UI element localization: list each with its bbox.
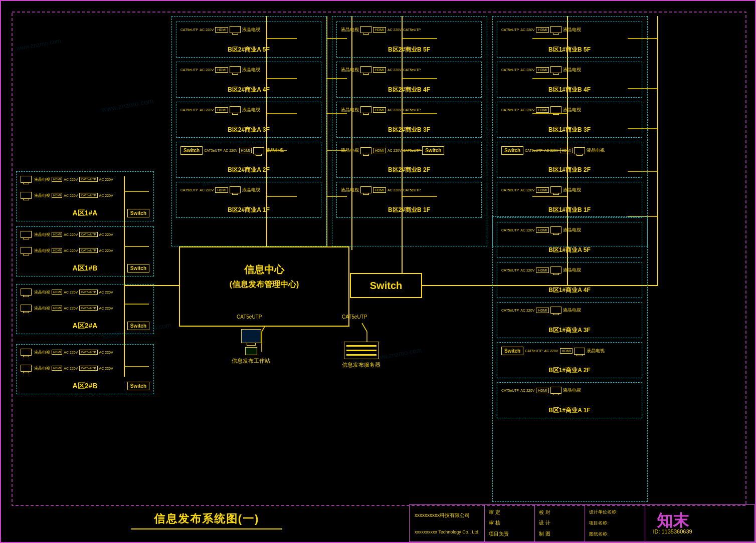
floor-b1b-5f: CAT5eUTP AC 220V HDMI 液晶电视 B区1#商业B 5F [497,22,642,58]
watermark-1: www.znzmo.com [16,37,61,52]
logo-text: 知末 [657,512,689,528]
tv-b1b-4f [550,66,561,73]
workstation-computer [245,347,257,355]
tv-b2b-1f [360,186,371,193]
bt-doc-label-3: 图纸名称: [589,531,641,537]
tv-b1a-3f [550,307,561,314]
workstation-label: 信息发布工作站 [232,357,270,365]
workstation: 信息发布工作站 [232,329,270,365]
group-b2a: CAT5eUTP AC 220V HDMI 液晶电视 B区2#商业A 5F CA… [171,16,327,246]
floor-b1b-4f: CAT5eUTP AC 220V HDMI 液晶电视 B区1#商业B 4F [497,62,642,98]
floor-b1b-1f: CAT5eUTP AC 220V HDMI 液晶电视 B区1#商业B 1F [497,182,642,218]
bt-role-1b: 校 对 [539,509,550,516]
tv-a1b-2 [21,247,32,254]
floor-b1a-4f: CAT5eUTP AC 220V HDMI 液晶电视 B区1#商业A 4F [497,262,642,298]
company-name-en: xxxxxxxxxx Technology Co., Ltd. [415,529,479,534]
bt-company: xxxxxxxxxx科技有限公司 xxxxxxxxxx Technology C… [410,505,485,541]
title-underline [131,528,282,529]
server-box [344,342,379,359]
cat-connector-2: CAT5eUTP [79,193,97,198]
section-label-a1b: A区1#B [17,264,153,273]
floor-b1a-1f: CAT5eUTP AC 220V HDMI 液晶电视 B区1#商业A 1F [497,382,642,418]
tv-a2b-2 [21,365,32,372]
group-b2b: 液晶电视 HDMI AC 220V CAT5eUTP B区2#商业B 5F 液晶… [332,16,487,246]
tv-a2a-1 [21,289,32,296]
server-label: 信息发布服务器 [342,361,381,369]
cat-connector: CAT5eUTP [79,177,97,182]
floor-b2b-5f: 液晶电视 HDMI AC 220V CAT5eUTP B区2#商业B 5F [336,22,482,58]
floor-b2b-1f: 液晶电视 HDMI AC 220V CAT5eUTP B区2#商业B 1F [336,182,482,218]
floor-b1b-2f: Switch CAT5eUTP AC 220V HDMI 液晶电视 B区1#商业… [497,142,642,178]
bottom-table: xxxxxxxxxx科技有限公司 xxxxxxxxxx Technology C… [409,504,755,542]
floor-b2a-5f: CAT5eUTP AC 220V HDMI 液晶电视 B区2#商业A 5F [176,22,321,58]
bt-doc-info: 设计单位名称: 项目名称: 图纸名称: [585,505,645,541]
cable-label-1: CAT5eUTP [237,314,262,320]
tv-b2a-4f [230,66,241,73]
bt-doc-label-1: 设计单位名称: [589,509,641,515]
server: 信息发布服务器 [342,342,381,369]
floor-b2b-4f: 液晶电视 HDMI AC 220V CAT5eUTP B区2#商业B 4F [336,62,482,98]
workstation-monitor [241,329,261,343]
bt-role-3b: 制 图 [539,530,550,537]
floor-b1b-3f: CAT5eUTP AC 220V HDMI 液晶电视 B区1#商业B 3F [497,102,642,138]
tv-a1b-1 [21,231,32,238]
floor-b1a-5f: CAT5eUTP AC 220V HDMI 液晶电视 B区1#商业A 5F [497,222,642,258]
tv-a2b-1 [21,349,32,356]
svg-line-30 [362,323,367,332]
tv-b2a-5f [230,26,241,33]
tv-b2b-2f [360,147,371,154]
tv-b2b-4f [360,66,371,73]
info-center: 信息中心 (信息发布管理中心) [179,246,349,327]
watermark-2: www.znzmo.com [101,97,154,114]
bt-role-2a: 审 核 [489,519,500,526]
floor-b2a-3f: CAT5eUTP AC 220V HDMI 液晶电视 B区2#商业A 3F [176,102,321,138]
tv-a2a-2 [21,305,32,312]
section-a1b: 液晶电视 HDMI AC 220V CAT5eUTP AC 220V 液晶电视 … [16,226,154,277]
floor-b1a-3f: CAT5eUTP AC 220V HDMI 液晶电视 B区1#商业A 3F [497,302,642,338]
tv-b2a-2f [253,147,264,154]
group-b1b: CAT5eUTP AC 220V HDMI 液晶电视 B区1#商业B 5F CA… [492,16,648,246]
tv-b1a-4f [550,266,561,274]
tv-b1b-3f [550,106,561,113]
floor-b1a-2f: Switch CAT5eUTP AC 220V HDMI 液晶电视 B区1#商业… [497,342,642,378]
main-title: 信息发布系统图(一) [1,511,412,526]
floor-b2b-2f: 液晶电视 HDMI AC 220V CAT5eUTP Switch B区2#商业… [336,142,482,178]
tv-b1a-2f [574,348,585,355]
info-center-title: 信息中心 (信息发布管理中心) [180,262,348,291]
section-label-a1a: A区1#A [17,209,153,218]
tv-b2b-5f [360,26,371,33]
hdmi-connector: HDMI [52,177,62,182]
main-switch: Switch [350,273,422,298]
floor-b2a-2f: Switch CAT5eUTP AC 220V HDMI 液晶电视 B区2#商业… [176,142,321,178]
tv-b2a-3f [230,106,241,113]
section-a2a: 液晶电视 HDMI AC 220V CAT5eUTP AC 220V 液晶电视 … [16,284,154,334]
cable-label-2: CAT5eUTP [342,314,367,320]
company-name: xxxxxxxxxx科技有限公司 [415,512,479,519]
section-a1a: 液晶电视 HDMI AC 220V CAT5eUTP AC 220V 液晶电视 … [16,171,154,221]
main-container: www.znzmo.com www.znzmo.com www.znzmo.co… [0,0,756,543]
group-b1a: CAT5eUTP AC 220V HDMI 液晶电视 B区1#商业A 5F CA… [492,216,648,502]
floor-b2b-3f: 液晶电视 HDMI AC 220V CAT5eUTP B区2#商业B 3F [336,102,482,138]
bt-roles-left: 审 定 审 核 项目负责 [485,505,535,541]
hdmi-connector-2: HDMI [52,193,62,198]
tv-b1b-2f [574,147,585,154]
section-label-a2a: A区2#A [17,322,153,331]
floor-b2a-4f: CAT5eUTP AC 220V HDMI 液晶电视 B区2#商业A 4F [176,62,321,98]
bt-roles-right: 校 对 设 计 制 图 [535,505,585,541]
tv-b2b-3f [360,106,371,113]
tv-b1a-1f [550,387,561,394]
bt-role-1a: 审 定 [489,509,500,516]
bt-role-3a: 项目负责 [489,530,509,537]
tv-a1a-1 [21,176,32,183]
bt-doc-label-2: 项目名称: [589,520,641,526]
section-label-a2b: A区2#B [17,382,153,391]
tv-b1a-5f [550,226,561,233]
tv-a1a-2 [21,192,32,199]
tv-b2a-1f [230,186,241,193]
section-a2b: 液晶电视 HDMI AC 220V CAT5eUTP AC 220V 液晶电视 … [16,344,154,394]
title-area: 信息发布系统图(一) [1,511,412,529]
bt-role-2b: 设 计 [539,519,550,526]
id-text: ID: 1135360639 [653,528,692,534]
floor-b2a-1f: CAT5eUTP AC 220V HDMI 液晶电视 B区2#商业A 1F [176,182,321,218]
tv-b1b-5f [550,26,561,33]
